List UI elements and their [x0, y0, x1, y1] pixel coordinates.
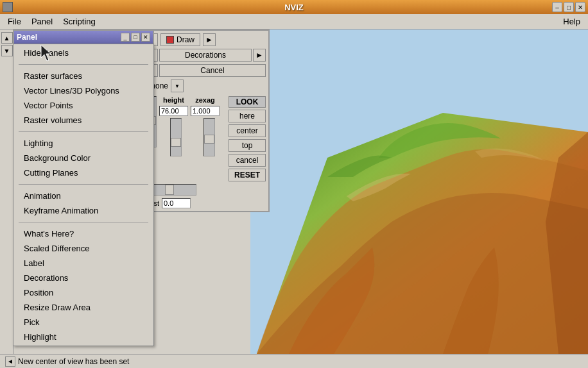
dropdown-section-5: What's Here? Scaled Difference Label Dec…	[13, 225, 153, 346]
view-section: height zexag	[145, 96, 266, 181]
zexag-slider-track[interactable]	[203, 118, 215, 156]
values-row	[159, 106, 226, 116]
height-slider2-track[interactable]	[170, 118, 182, 156]
look-cancel-btn[interactable]: cancel	[229, 154, 266, 167]
dropdown-raster-volumes[interactable]: Raster volumes	[13, 113, 153, 128]
status-scroll-left[interactable]: ◄	[5, 356, 15, 367]
title-bar: NVIZ – □ ✕	[0, 0, 588, 14]
dropdown-section-2: Raster surfaces Vector Lines/3D Polygons…	[13, 67, 153, 129]
panel-title-bar: Panel _ □ ✕	[14, 31, 153, 44]
horizontal-slider-container	[145, 184, 266, 196]
horizontal-slider-thumb[interactable]	[165, 185, 174, 195]
draw-header-row: ◄ Draw ►	[145, 33, 266, 46]
panel-maximize-btn[interactable]: □	[131, 33, 140, 42]
deco-next-btn[interactable]: ►	[253, 49, 266, 62]
strip-btn-top[interactable]: ▲	[1, 32, 13, 44]
dropdown-section-3: Lighting Background Color Cutting Planes	[13, 135, 153, 181]
look-reset-btn[interactable]: RESET	[229, 169, 266, 181]
column-headers: height zexag	[159, 96, 226, 104]
menu-file[interactable]: File	[3, 15, 26, 28]
panel-close-btn[interactable]: ✕	[141, 33, 150, 42]
status-message: New center of view has been set	[18, 357, 129, 366]
menu-scripting[interactable]: Scripting	[58, 15, 101, 28]
draw-label: Draw	[177, 35, 195, 44]
dropdown-section-1: Hide Panels	[13, 44, 153, 62]
draw-panel: ◄ Draw ► ◄ Decorations ► ◄ Cancel y none…	[141, 29, 270, 212]
panel-title-text: Panel	[17, 33, 37, 42]
minimize-button[interactable]: –	[552, 2, 562, 12]
zexag-slider-row	[159, 118, 226, 156]
zexag-value-input[interactable]	[191, 106, 220, 116]
dropdown-hide-panels[interactable]: Hide Panels	[13, 46, 153, 60]
look-top-btn[interactable]: top	[229, 139, 266, 152]
dropdown-keyframe-animation[interactable]: Keyframe Animation	[13, 203, 153, 218]
dropdown-pick[interactable]: Pick	[13, 315, 153, 330]
height-slider2-thumb[interactable]	[171, 138, 181, 147]
zexag-col-header: zexag	[191, 96, 220, 104]
look-here-btn[interactable]: here	[229, 110, 266, 122]
dropdown-highlight[interactable]: Highlight	[13, 330, 153, 344]
values-and-slider: height zexag	[159, 96, 226, 181]
look-panel: LOOK here center top cancel RESET	[229, 96, 266, 181]
cancel-row: ◄ Cancel	[145, 64, 266, 77]
separator-4	[19, 222, 148, 222]
maximize-button[interactable]: □	[564, 2, 574, 12]
menu-help[interactable]: Help	[558, 15, 585, 28]
separator-1	[19, 64, 148, 65]
draw-button[interactable]: Draw	[160, 33, 200, 46]
strip-btn-bottom[interactable]: ▼	[1, 45, 13, 56]
dropdown-label[interactable]: Label	[13, 256, 153, 271]
app-icon	[3, 2, 13, 12]
dropdown-whats-here[interactable]: What's Here?	[13, 226, 153, 241]
zexag-slider-thumb[interactable]	[204, 135, 214, 144]
status-bar: ◄ New center of view has been set	[0, 354, 588, 368]
decorations-row: ◄ Decorations ►	[145, 49, 266, 62]
separator-2	[19, 131, 148, 132]
draw-color-indicator	[166, 36, 174, 44]
cancel-button[interactable]: Cancel	[159, 64, 266, 77]
dropdown-scaled-difference[interactable]: Scaled Difference	[13, 241, 153, 256]
nav-next-btn[interactable]: ►	[203, 33, 216, 46]
height-col-header: height	[159, 96, 188, 104]
terrain-view	[250, 29, 588, 354]
dropdown-vector-points[interactable]: Vector Points	[13, 98, 153, 113]
panel-dialog: Panel _ □ ✕	[13, 29, 154, 45]
dropdown-cutting-planes[interactable]: Cutting Planes	[13, 165, 153, 180]
dropdown-animation[interactable]: Animation	[13, 188, 153, 203]
dropdown-background-color[interactable]: Background Color	[13, 151, 153, 165]
height-value-input[interactable]	[159, 106, 188, 116]
left-strip: ▲ ▼	[0, 29, 14, 354]
dropdown-section-4: Animation Keyframe Animation	[13, 187, 153, 219]
close-button[interactable]: ✕	[575, 2, 585, 12]
separator-3	[19, 184, 148, 185]
display-mode-row: y none ▼	[145, 79, 266, 92]
dropdown-decorations[interactable]: Decorations	[13, 271, 153, 285]
main-area: ▲ ▼	[0, 29, 588, 354]
twist-value-input[interactable]	[162, 198, 191, 208]
panel-minimize-btn[interactable]: _	[121, 33, 130, 42]
dropdown-resize-draw-area[interactable]: Resize Draw Area	[13, 300, 153, 315]
dropdown-raster-surfaces[interactable]: Raster surfaces	[13, 69, 153, 83]
panel-title-buttons: _ □ ✕	[121, 33, 150, 42]
look-center-btn[interactable]: center	[229, 124, 266, 137]
dropdown-position[interactable]: Position	[13, 285, 153, 300]
display-dropdown-btn[interactable]: ▼	[171, 79, 184, 92]
app-title: NVIZ	[284, 3, 304, 12]
dropdown-lighting[interactable]: Lighting	[13, 136, 153, 151]
decorations-button[interactable]: Decorations	[159, 49, 252, 62]
dropdown-vector-lines[interactable]: Vector Lines/3D Polygons	[13, 83, 153, 98]
twist-row: twist	[145, 198, 266, 208]
terrain-svg	[250, 29, 588, 354]
window-controls: – □ ✕	[552, 2, 585, 12]
menu-bar: File Panel Scripting Help	[0, 14, 588, 29]
panel-dropdown-menu: Hide Panels Raster surfaces Vector Lines…	[13, 44, 154, 346]
menu-panel[interactable]: Panel	[26, 15, 58, 28]
look-title: LOOK	[229, 96, 266, 108]
